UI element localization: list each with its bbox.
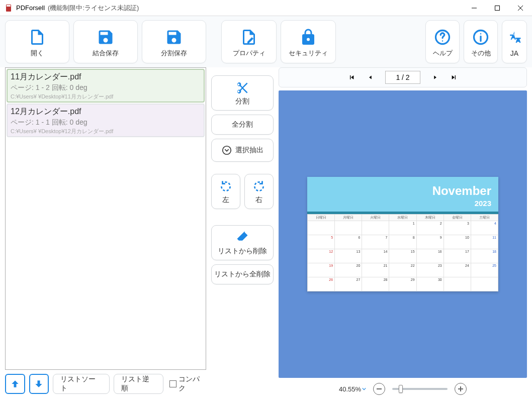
open-button[interactable]: 開く bbox=[5, 20, 69, 63]
calendar-header: November 2023 bbox=[307, 177, 498, 212]
svg-point-7 bbox=[442, 40, 443, 41]
list-reverse-label: リスト逆順 bbox=[121, 375, 156, 393]
zoom-slider[interactable] bbox=[392, 388, 448, 390]
close-button[interactable] bbox=[509, 0, 532, 16]
file-list-item[interactable]: 11月カレンダー.pdf ページ: 1 - 2 回転: 0 deg C:¥Use… bbox=[7, 69, 205, 103]
file-name: 12月カレンダー.pdf bbox=[11, 107, 201, 117]
file-path: C:¥Users¥ ¥Desktop¥11月カレンダー.pdf bbox=[11, 93, 201, 100]
last-page-button[interactable] bbox=[450, 73, 458, 81]
security-label: セキュリティ bbox=[289, 49, 328, 58]
zoom-bar: 40.55% bbox=[279, 381, 527, 397]
file-list[interactable]: 11月カレンダー.pdf ページ: 1 - 2 回転: 0 deg C:¥Use… bbox=[5, 67, 206, 370]
main-area: 11月カレンダー.pdf ページ: 1 - 2 回転: 0 deg C:¥Use… bbox=[0, 67, 532, 402]
svg-rect-1 bbox=[7, 5, 11, 7]
file-info: ページ: 1 - 2 回転: 0 deg bbox=[11, 83, 201, 92]
calendar-year: 2023 bbox=[314, 199, 491, 208]
zoom-in-button[interactable] bbox=[455, 383, 467, 395]
right-column: November 2023 日曜日月曜日火曜日水曜日木曜日金曜日土曜日 1234… bbox=[279, 67, 527, 397]
language-button[interactable]: JA bbox=[502, 20, 527, 63]
move-down-button[interactable] bbox=[29, 374, 49, 394]
select-extract-label: 選択抽出 bbox=[235, 146, 263, 155]
lock-icon bbox=[299, 27, 317, 48]
open-label: 開く bbox=[31, 49, 44, 58]
list-sort-label: リストソート bbox=[60, 375, 102, 393]
prev-page-button[interactable] bbox=[367, 74, 374, 81]
split-all-button[interactable]: 全分割 bbox=[211, 115, 274, 135]
maximize-button[interactable] bbox=[486, 0, 509, 16]
arrow-up-icon bbox=[10, 379, 20, 389]
list-buttons: リストソート リスト逆順 コンパク bbox=[5, 373, 206, 397]
list-reverse-button[interactable]: リスト逆順 bbox=[114, 374, 163, 394]
app-icon bbox=[5, 4, 13, 12]
checkbox-icon bbox=[169, 380, 176, 387]
split-save-button[interactable]: 分割保存 bbox=[142, 20, 206, 63]
document-edit-icon bbox=[240, 27, 258, 48]
next-page-button[interactable] bbox=[431, 74, 438, 81]
compact-checkbox[interactable]: コンパク bbox=[169, 375, 206, 393]
language-label: JA bbox=[510, 49, 518, 57]
move-up-button[interactable] bbox=[5, 374, 25, 394]
app-title: PDForsell bbox=[16, 4, 45, 12]
left-column: 11月カレンダー.pdf ページ: 1 - 2 回転: 0 deg C:¥Use… bbox=[5, 67, 206, 397]
preview-panel: November 2023 日曜日月曜日火曜日水曜日木曜日金曜日土曜日 1234… bbox=[279, 90, 527, 378]
split-button[interactable]: 分割 bbox=[211, 75, 274, 111]
first-page-button[interactable] bbox=[348, 73, 356, 81]
scissors-icon bbox=[235, 80, 250, 96]
save-split-icon bbox=[165, 27, 183, 48]
calendar-month: November bbox=[314, 184, 491, 198]
rotate-left-icon bbox=[219, 178, 232, 194]
mid-column: 分割 全分割 選択抽出 左 右 bbox=[211, 67, 274, 397]
file-info: ページ: 1 - 1 回転: 0 deg bbox=[11, 118, 201, 127]
zoom-level-dropdown[interactable]: 40.55% bbox=[339, 385, 366, 393]
help-label: ヘルプ bbox=[433, 49, 453, 58]
split-label: 分割 bbox=[235, 97, 249, 106]
save-icon bbox=[97, 27, 115, 48]
svg-point-10 bbox=[480, 33, 481, 34]
file-icon bbox=[28, 27, 46, 48]
rotate-left-button[interactable]: 左 bbox=[211, 174, 240, 209]
help-icon bbox=[433, 27, 452, 48]
titlebar: PDForsell (機能制限中:ライセンス未認証) bbox=[0, 0, 532, 16]
page-navigation bbox=[279, 67, 527, 87]
info-icon bbox=[472, 27, 490, 48]
file-path: C:¥Users¥ ¥Desktop¥12月カレンダー.pdf bbox=[11, 128, 201, 135]
help-button[interactable]: ヘルプ bbox=[425, 20, 460, 63]
zoom-out-button[interactable] bbox=[373, 383, 385, 395]
page-input[interactable] bbox=[385, 71, 420, 84]
merge-save-button[interactable]: 結合保存 bbox=[73, 20, 138, 63]
list-sort-button[interactable]: リストソート bbox=[53, 374, 110, 394]
svg-rect-3 bbox=[495, 6, 500, 10]
chevron-down-circle-icon bbox=[221, 142, 232, 158]
dropdown-icon bbox=[362, 387, 366, 391]
rotate-right-label: 右 bbox=[255, 195, 262, 205]
property-button[interactable]: プロパティ bbox=[221, 20, 277, 63]
security-button[interactable]: セキュリティ bbox=[281, 20, 336, 63]
file-list-item[interactable]: 12月カレンダー.pdf ページ: 1 - 1 回転: 0 deg C:¥Use… bbox=[7, 104, 205, 137]
split-save-label: 分割保存 bbox=[161, 49, 187, 58]
other-label: その他 bbox=[471, 49, 491, 58]
rotate-right-button[interactable]: 右 bbox=[244, 174, 274, 209]
compact-label: コンパク bbox=[179, 375, 206, 393]
translate-icon bbox=[507, 27, 522, 48]
file-name: 11月カレンダー.pdf bbox=[11, 72, 201, 82]
split-all-label: 全分割 bbox=[232, 120, 253, 129]
zoom-slider-thumb[interactable] bbox=[399, 385, 403, 393]
main-toolbar: 開く 結合保存 分割保存 プロパティ セキュリティ bbox=[0, 16, 532, 67]
page-preview: November 2023 日曜日月曜日火曜日水曜日木曜日金曜日土曜日 1234… bbox=[307, 177, 498, 291]
delete-all-from-list-button[interactable]: リストから全削除 bbox=[211, 264, 274, 284]
other-button[interactable]: その他 bbox=[464, 20, 498, 63]
delete-from-list-button[interactable]: リストから削除 bbox=[211, 225, 274, 260]
delete-from-list-label: リストから削除 bbox=[218, 247, 267, 256]
calendar-table: 日曜日月曜日火曜日水曜日木曜日金曜日土曜日 123456789101112131… bbox=[307, 214, 498, 291]
merge-save-label: 結合保存 bbox=[93, 49, 119, 58]
rotate-right-icon bbox=[252, 178, 265, 194]
eraser-icon bbox=[235, 230, 249, 246]
minimize-button[interactable] bbox=[463, 0, 486, 16]
zoom-level-label: 40.55% bbox=[339, 385, 361, 393]
rotate-left-label: 左 bbox=[222, 195, 229, 205]
svg-point-11 bbox=[223, 146, 231, 155]
property-label: プロパティ bbox=[233, 49, 265, 58]
arrow-down-icon bbox=[34, 379, 44, 389]
select-extract-button[interactable]: 選択抽出 bbox=[211, 139, 274, 162]
delete-all-from-list-label: リストから全削除 bbox=[214, 270, 271, 279]
